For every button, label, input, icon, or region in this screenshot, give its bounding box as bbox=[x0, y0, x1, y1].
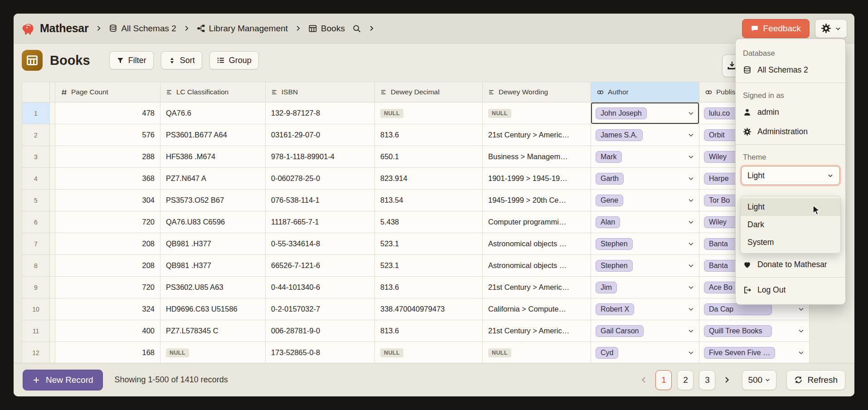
cell-isbn[interactable]: 006-28781-9-0 bbox=[266, 320, 375, 342]
author-record-pill[interactable]: Cyd bbox=[596, 347, 618, 359]
cell-isbn[interactable]: 173-52865-0-8 bbox=[266, 342, 375, 364]
author-record-pill[interactable]: Alan bbox=[596, 216, 620, 228]
menu-item-donate[interactable]: Donate to Mathesar bbox=[736, 255, 845, 274]
cell-lc[interactable]: PS3573.O52 B67 bbox=[160, 190, 266, 211]
record-expand-chevron-icon[interactable] bbox=[688, 175, 694, 182]
menu-item-logout[interactable]: Log Out bbox=[736, 280, 845, 300]
record-expand-chevron-icon[interactable] bbox=[688, 110, 694, 117]
page-size-select[interactable]: 500 bbox=[742, 370, 776, 390]
author-record-pill[interactable]: Robert X bbox=[596, 303, 634, 315]
table-search-icon[interactable] bbox=[352, 24, 361, 33]
cell-page[interactable]: 400 bbox=[55, 320, 160, 342]
new-record-button[interactable]: New Record bbox=[23, 370, 103, 390]
cell-isbn[interactable]: 076-538-114-1 bbox=[266, 190, 375, 211]
row-number-cell[interactable]: 5 bbox=[22, 190, 50, 211]
cell-author[interactable]: Gene bbox=[591, 190, 699, 211]
cell-author[interactable]: Mark bbox=[591, 146, 699, 168]
menu-item-administration[interactable]: Administration bbox=[736, 122, 845, 142]
record-expand-chevron-icon[interactable] bbox=[798, 327, 805, 334]
cell-isbn[interactable]: 0-2-0157032-7 bbox=[266, 298, 375, 320]
cell-dd[interactable]: 650.1 bbox=[375, 146, 483, 168]
column-header-author[interactable]: Author bbox=[591, 82, 699, 102]
cell-author[interactable]: Gail Carson bbox=[591, 320, 699, 342]
record-expand-chevron-icon[interactable] bbox=[688, 197, 694, 204]
cell-page[interactable]: 720 bbox=[55, 277, 160, 298]
cell-page[interactable]: 720 bbox=[55, 211, 160, 233]
record-expand-chevron-icon[interactable] bbox=[688, 153, 694, 160]
cell-page[interactable]: 368 bbox=[55, 168, 160, 190]
record-expand-chevron-icon[interactable] bbox=[688, 219, 694, 225]
record-expand-chevron-icon[interactable] bbox=[798, 306, 805, 312]
author-record-pill[interactable]: Gail Carson bbox=[596, 325, 644, 337]
record-expand-chevron-icon[interactable] bbox=[688, 327, 694, 334]
row-number-cell[interactable]: 7 bbox=[22, 233, 50, 255]
column-header-isbn[interactable]: ISBN bbox=[266, 82, 375, 102]
next-page-chevron-icon[interactable] bbox=[721, 376, 733, 384]
cell-author[interactable]: Jim bbox=[591, 277, 699, 298]
record-expand-chevron-icon[interactable] bbox=[688, 349, 694, 356]
record-expand-chevron-icon[interactable] bbox=[688, 262, 694, 269]
cell-page[interactable]: 324 bbox=[55, 298, 160, 320]
row-number-cell[interactable]: 1 bbox=[22, 102, 50, 124]
cell-author[interactable]: Garth bbox=[591, 168, 699, 190]
breadcrumb-table[interactable]: Books bbox=[308, 24, 345, 34]
row-number-cell[interactable]: 10 bbox=[22, 298, 50, 320]
column-header-dd[interactable]: Dewey Decimal bbox=[375, 82, 483, 102]
cell-author[interactable]: Cyd bbox=[591, 342, 699, 364]
refresh-button[interactable]: Refresh bbox=[786, 370, 845, 390]
settings-menu-button[interactable] bbox=[815, 19, 847, 38]
column-header-dw[interactable]: Dewey Wording bbox=[483, 82, 591, 102]
theme-select[interactable]: Light bbox=[741, 166, 840, 185]
record-expand-chevron-icon[interactable] bbox=[688, 284, 694, 291]
author-record-pill[interactable]: Jim bbox=[596, 282, 617, 293]
cell-lc[interactable]: NULL bbox=[160, 342, 266, 364]
cell-author[interactable]: Stephen bbox=[591, 255, 699, 277]
cell-lc[interactable]: HF5386 .M674 bbox=[160, 146, 266, 168]
cell-dw[interactable]: NULL bbox=[483, 102, 591, 124]
page-button-2[interactable]: 2 bbox=[677, 370, 693, 390]
cell-page[interactable]: 478 bbox=[55, 102, 160, 124]
theme-option-system[interactable]: System bbox=[741, 234, 840, 251]
menu-item-user[interactable]: admin bbox=[736, 102, 845, 122]
cell-lc[interactable]: QB981 .H377 bbox=[160, 233, 266, 255]
breadcrumb-next-chevron-icon[interactable] bbox=[368, 24, 375, 32]
page-button-3[interactable]: 3 bbox=[699, 370, 715, 390]
cell-dw[interactable]: 1901-1999 > 1945-19… bbox=[483, 168, 591, 190]
cell-page[interactable]: 304 bbox=[55, 190, 160, 211]
cell-dw[interactable]: 21st Century > Americ… bbox=[483, 320, 591, 342]
breadcrumb-schema[interactable]: Library Management bbox=[197, 24, 288, 34]
cell-lc[interactable]: PZ7.N647 A bbox=[160, 168, 266, 190]
previous-page-chevron-icon[interactable] bbox=[638, 376, 650, 384]
cell-dw[interactable]: 21st Century > Americ… bbox=[483, 124, 591, 146]
cell-page[interactable]: 208 bbox=[55, 255, 160, 277]
cell-publisher[interactable]: Quill Tree Books bbox=[699, 320, 810, 342]
cell-isbn[interactable]: 132-9-87127-8 bbox=[266, 102, 375, 124]
cell-dd[interactable]: 338.470040979473 bbox=[375, 298, 483, 320]
cell-dw[interactable]: Business > Managem… bbox=[483, 146, 591, 168]
author-record-pill[interactable]: John Joseph bbox=[596, 107, 647, 119]
author-record-pill[interactable]: Stephen bbox=[596, 238, 633, 250]
record-expand-chevron-icon[interactable] bbox=[688, 132, 694, 138]
row-number-cell[interactable]: 4 bbox=[22, 168, 50, 190]
cell-author[interactable]: Robert X bbox=[591, 298, 699, 320]
author-record-pill[interactable]: Mark bbox=[596, 151, 622, 163]
cell-isbn[interactable]: 0-44-101340-6 bbox=[266, 277, 375, 298]
cell-lc[interactable]: HD9696.C63 U51586 bbox=[160, 298, 266, 320]
cell-dw[interactable]: Astronomical objects … bbox=[483, 255, 591, 277]
cell-dw[interactable]: NULL bbox=[483, 342, 591, 364]
cell-lc[interactable]: QA76.6 bbox=[160, 102, 266, 124]
cell-isbn[interactable]: 03161-29-07-0 bbox=[266, 124, 375, 146]
group-button[interactable]: Group bbox=[209, 51, 259, 69]
sort-button[interactable]: Sort bbox=[161, 51, 202, 69]
cell-dd[interactable]: 813.6 bbox=[375, 277, 483, 298]
row-number-cell[interactable]: 8 bbox=[22, 255, 50, 277]
filter-button[interactable]: Filter bbox=[109, 51, 154, 69]
cell-page[interactable]: 288 bbox=[55, 146, 160, 168]
cell-page[interactable]: 208 bbox=[55, 233, 160, 255]
row-number-cell[interactable]: 11 bbox=[22, 320, 50, 342]
cell-publisher[interactable]: Five Seven Five … bbox=[699, 342, 810, 364]
cell-isbn[interactable]: 66526-7-121-6 bbox=[266, 255, 375, 277]
cell-dd[interactable]: 823.914 bbox=[375, 168, 483, 190]
record-expand-chevron-icon[interactable] bbox=[688, 306, 694, 312]
cell-dd[interactable]: 813.6 bbox=[375, 320, 483, 342]
